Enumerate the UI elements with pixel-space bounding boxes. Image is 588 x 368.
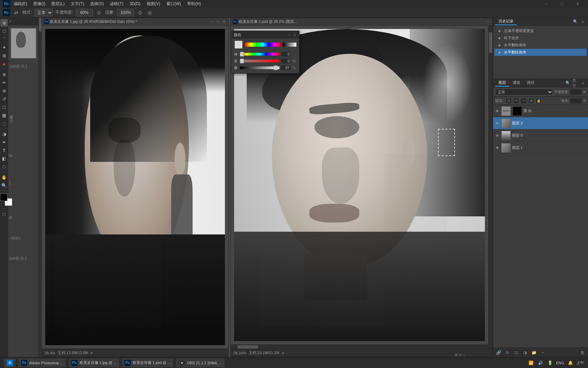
tab-history[interactable]: 历史记录 <box>495 18 517 25</box>
layer-folder-btn[interactable]: 📁 <box>530 349 537 356</box>
layer-eye-2[interactable]: 👁 <box>494 121 500 126</box>
menu-image[interactable]: 图像(I) <box>31 0 48 7</box>
menu-select[interactable]: 选择(S) <box>87 0 107 7</box>
layer-item-0[interactable]: 👁 图层 0 <box>493 129 588 142</box>
menu-edit[interactable]: 编辑(E) <box>11 0 30 7</box>
layers-mode-select[interactable]: 正常 <box>495 89 553 95</box>
tool-crop[interactable]: ⊞ <box>0 52 8 59</box>
doc2-bottom-icon2[interactable]: fx <box>459 353 462 357</box>
layers-type-select[interactable]: 类型 <box>572 80 578 86</box>
taskbar-volume-icon[interactable]: 🔊 <box>537 359 544 366</box>
taskbar-photoshop[interactable]: Ps Adobe Photoshop ... <box>18 358 66 367</box>
mode-select[interactable]: 正常 <box>34 9 53 16</box>
tab-layers[interactable]: 图层 <box>495 79 509 87</box>
tool-text[interactable]: T <box>0 147 8 154</box>
tool-magic-wand[interactable]: ✦ <box>0 44 8 51</box>
color-panel-collapse[interactable]: ─ <box>287 32 292 37</box>
doc2-minimize[interactable]: ─ <box>486 19 490 24</box>
history-item-3[interactable]: ◈ 水平翻转画布 <box>494 49 587 56</box>
opacity-input[interactable] <box>76 9 93 16</box>
layer-delete-btn[interactable]: 🗑 <box>579 349 586 356</box>
doc2-bottom-icon3[interactable]: □ <box>463 353 465 357</box>
doc2-vscroll-thumb[interactable] <box>489 32 492 53</box>
layer-new-btn[interactable]: + <box>539 349 546 356</box>
menu-window[interactable]: 窗口(W) <box>164 0 184 7</box>
history-item-1[interactable]: ◈ 向下合并 <box>494 34 587 42</box>
doc1-close[interactable]: ✕ <box>222 19 226 24</box>
menu-layer[interactable]: 图层(L) <box>49 0 67 7</box>
doc1-minimize[interactable]: ─ <box>209 19 214 24</box>
doc2-vscroll[interactable] <box>488 26 492 349</box>
tool-clone[interactable]: ⊜ <box>0 87 8 94</box>
doc2-bottom-icon1[interactable]: ⊞ <box>455 353 458 357</box>
foreground-color[interactable] <box>0 194 7 201</box>
menu-help[interactable]: 帮助(H) <box>184 0 204 7</box>
fg-bg-color-selector[interactable] <box>0 194 12 206</box>
tool-heal[interactable]: ⊛ <box>0 71 8 78</box>
layer-adjustment-btn[interactable]: ◑ <box>522 349 528 356</box>
tool-gradient[interactable]: ▦ <box>0 111 8 119</box>
left-scrollbar-thumb[interactable] <box>39 18 42 31</box>
layer-mask-btn[interactable]: ⊡ <box>513 349 520 356</box>
color-panel-menu[interactable]: ≡ <box>292 32 297 37</box>
opacity-toggle-icon[interactable]: ⊙ <box>96 9 102 16</box>
tool-eyedropper[interactable]: 🔺 <box>0 60 8 67</box>
layers-fill-input[interactable] <box>570 98 582 104</box>
layer-item-2[interactable]: 👁 图层 2 <box>493 117 588 129</box>
tool-shape[interactable]: □ <box>0 163 8 170</box>
color-spectrum[interactable] <box>245 43 281 47</box>
history-panel-menu[interactable]: ≡ <box>580 19 586 25</box>
s-slider-thumb[interactable] <box>240 59 244 63</box>
tool-dodge[interactable]: ◑ <box>0 130 8 138</box>
tool-brush[interactable]: ✏ <box>0 79 8 86</box>
taskbar-doc2[interactable]: Ps 欧美女肖像 1.psd @ ... <box>122 358 173 367</box>
lock-position-btn[interactable]: + <box>521 98 527 104</box>
layer-eye-1[interactable]: 👁 <box>494 145 500 151</box>
h-slider-track[interactable] <box>240 53 279 56</box>
close-btn[interactable]: ✕ <box>570 0 585 7</box>
tab-channels[interactable]: 通道 <box>509 79 524 87</box>
color-swatch-fg[interactable] <box>234 41 243 49</box>
history-item-0[interactable]: ◈ 总体不透明度更改 <box>494 27 587 34</box>
doc2-arrow[interactable]: ▶ <box>282 351 285 355</box>
doc1-maximize[interactable]: □ <box>215 19 220 24</box>
layer-link-btn[interactable]: 🔗 <box>495 349 502 356</box>
s-slider-track[interactable] <box>240 60 279 62</box>
layers-panel-search[interactable]: 🔍 <box>565 80 571 86</box>
doc2-hscroll[interactable] <box>231 344 488 349</box>
tool-path-select[interactable]: ◧ <box>0 155 8 162</box>
menu-filter[interactable]: 滤镜(T) <box>107 0 126 7</box>
minimize-btn[interactable]: ─ <box>538 0 554 7</box>
layer-item-bw[interactable]: 👁 Bk/W 黑 白 <box>493 105 588 117</box>
taskbar-start[interactable]: ⊞ <box>4 358 16 367</box>
tool-marquee[interactable]: ⬡ <box>0 27 8 35</box>
doc2-hscroll-thumb[interactable] <box>238 345 258 349</box>
taskbar-battery-icon[interactable]: 🔋 <box>546 359 553 366</box>
lock-transparent-btn[interactable]: ⊡ <box>506 98 512 104</box>
taskbar-network-icon[interactable]: 📶 <box>527 359 534 366</box>
color-brightness-bar[interactable] <box>283 43 296 47</box>
lock-artboard-btn[interactable]: ⊞ <box>528 98 534 104</box>
layer-eye-bw[interactable]: 👁 <box>494 108 500 114</box>
menu-3d[interactable]: 3D(D) <box>127 1 143 7</box>
menu-text[interactable]: 文字(T) <box>68 0 87 7</box>
tool-history-brush[interactable]: ↺ <box>0 95 8 103</box>
doc1-arrow[interactable]: ▶ <box>91 351 94 355</box>
airbrush-icon[interactable]: ◎ <box>146 9 153 16</box>
tab-paths[interactable]: 路径 <box>524 79 538 87</box>
history-panel-search[interactable]: 🔍 <box>572 19 578 25</box>
tool-pen[interactable]: ✒ <box>0 138 8 146</box>
tool-move[interactable]: ⊕ <box>0 19 8 27</box>
tool-zoom[interactable]: 🔍 <box>0 182 8 189</box>
tool-hand[interactable]: ✋ <box>0 173 8 181</box>
b-slider-thumb[interactable] <box>274 65 278 70</box>
maximize-btn[interactable]: □ <box>554 0 570 7</box>
taskbar-notification-icon[interactable]: 🔔 <box>567 359 574 366</box>
layers-panel-menu[interactable]: ≡ <box>580 80 586 86</box>
s-value-input[interactable] <box>281 58 291 64</box>
taskbar-doc1[interactable]: Ps 欧美女肖像 1.jpg @ ... <box>69 358 119 367</box>
tool-blur[interactable]: ◌ <box>0 120 8 127</box>
b-slider-track[interactable] <box>240 66 279 69</box>
lock-all-btn[interactable]: 🔒 <box>536 98 542 104</box>
b-value-input[interactable] <box>281 65 291 71</box>
